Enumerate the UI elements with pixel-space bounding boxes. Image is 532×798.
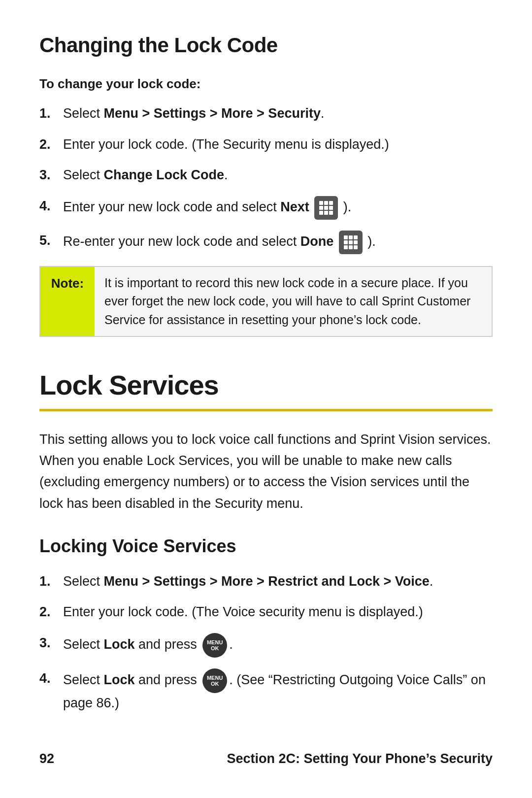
step-2: 2. Enter your lock code. (The Security m… [39, 134, 493, 155]
footer-section-label: Section 2C: Setting Your Phone’s Securit… [227, 749, 493, 769]
voice-step-1-bold: Menu > Settings > More > Restrict and Lo… [104, 574, 430, 589]
note-text: It is important to record this new lock … [95, 267, 492, 336]
step-3: 3. Select Change Lock Code. [39, 165, 493, 185]
next-button-icon [314, 196, 338, 220]
voice-step-2-content: Enter your lock code. (The Voice securit… [63, 602, 493, 622]
step-5-bold: Done [300, 234, 334, 249]
locking-voice-steps: 1. Select Menu > Settings > More > Restr… [39, 571, 493, 713]
note-box: Note: It is important to record this new… [39, 266, 493, 337]
step-2-number: 2. [39, 134, 63, 155]
yellow-divider [39, 409, 493, 411]
voice-step-4-content: Select Lock and press MENUOK . (See “Res… [63, 668, 493, 713]
step-4-content: Enter your new lock code and select Next… [63, 196, 493, 220]
nav-grid-icon [319, 201, 333, 215]
step-4-bold: Next [280, 200, 309, 214]
page-container: Changing the Lock Code To change your lo… [0, 0, 532, 798]
footer-page-number: 92 [39, 749, 54, 769]
voice-step-3: 3. Select Lock and press MENUOK . [39, 633, 493, 658]
menu-ok-text-2: MENUOK [207, 675, 223, 687]
note-label: Note: [40, 267, 95, 336]
lock-services-section: Lock Services This setting allows you to… [39, 365, 493, 725]
voice-step-4-number: 4. [39, 668, 63, 713]
changing-lock-code-steps: 1. Select Menu > Settings > More > Secur… [39, 103, 493, 254]
step-5-number: 5. [39, 231, 63, 254]
lock-services-title: Lock Services [39, 365, 493, 406]
changing-lock-code-section: Changing the Lock Code To change your lo… [39, 30, 493, 357]
menu-ok-text: MENUOK [207, 639, 223, 651]
voice-step-4: 4. Select Lock and press MENUOK . (See “… [39, 668, 493, 713]
voice-step-3-content: Select Lock and press MENUOK . [63, 633, 493, 658]
changing-lock-code-title: Changing the Lock Code [39, 30, 493, 61]
done-button-icon [339, 231, 363, 254]
step-1-bold: Menu > Settings > More > Security [104, 106, 321, 121]
menu-ok-button-icon-2: MENUOK [202, 668, 227, 693]
nav-grid-done-icon [344, 235, 358, 249]
voice-step-3-bold: Lock [104, 637, 135, 652]
voice-step-1-content: Select Menu > Settings > More > Restrict… [63, 571, 493, 592]
step-4: 4. Enter your new lock code and select N… [39, 196, 493, 220]
voice-step-1-number: 1. [39, 571, 63, 592]
step-5-content: Re-enter your new lock code and select D… [63, 231, 493, 254]
step-3-number: 3. [39, 165, 63, 185]
step-1-content: Select Menu > Settings > More > Security… [63, 103, 493, 124]
step-4-number: 4. [39, 196, 63, 220]
locking-voice-services-title: Locking Voice Services [39, 533, 493, 560]
voice-step-2-number: 2. [39, 602, 63, 622]
page-footer: 92 Section 2C: Setting Your Phone’s Secu… [39, 729, 493, 769]
to-change-label: To change your lock code: [39, 74, 493, 94]
voice-step-4-bold: Lock [104, 672, 135, 687]
step-3-content: Select Change Lock Code. [63, 165, 493, 185]
menu-ok-button-icon: MENUOK [202, 633, 227, 658]
voice-step-3-number: 3. [39, 633, 63, 658]
step-5: 5. Re-enter your new lock code and selec… [39, 231, 493, 254]
step-2-content: Enter your lock code. (The Security menu… [63, 134, 493, 155]
step-3-bold: Change Lock Code [104, 167, 225, 182]
lock-services-intro: This setting allows you to lock voice ca… [39, 429, 493, 514]
step-1: 1. Select Menu > Settings > More > Secur… [39, 103, 493, 124]
step-1-number: 1. [39, 103, 63, 124]
voice-step-2: 2. Enter your lock code. (The Voice secu… [39, 602, 493, 622]
voice-step-1: 1. Select Menu > Settings > More > Restr… [39, 571, 493, 592]
